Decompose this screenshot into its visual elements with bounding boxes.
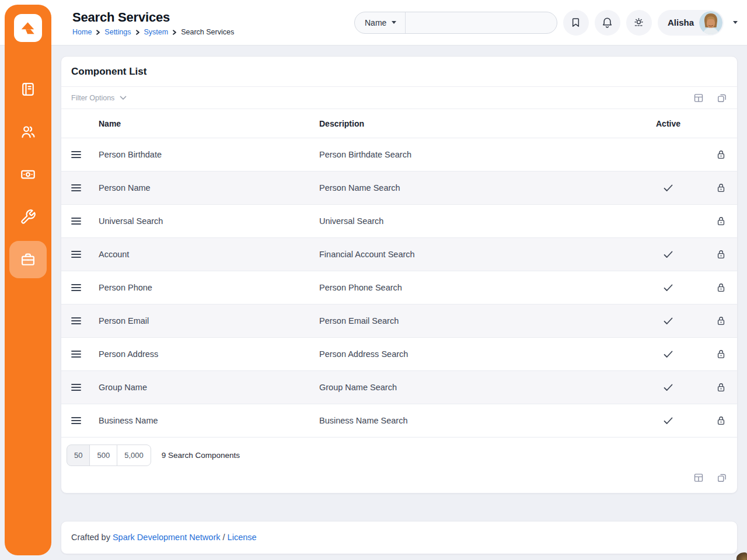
table-row[interactable]: Person Email Person Email Search xyxy=(61,304,737,338)
security-button[interactable] xyxy=(716,382,726,393)
drag-handle[interactable] xyxy=(61,217,99,225)
security-button[interactable] xyxy=(716,216,726,226)
main-content: Component List Filter Options xyxy=(61,56,738,554)
security-button[interactable] xyxy=(716,415,726,426)
table-header: Name Description Active xyxy=(61,109,737,138)
drag-handle[interactable] xyxy=(61,284,99,292)
table-grid-icon xyxy=(693,473,704,483)
bookmark-button[interactable] xyxy=(563,10,589,36)
panel-title: Component List xyxy=(71,66,727,78)
page-size-button-50[interactable]: 50 xyxy=(67,444,90,466)
drag-handle[interactable] xyxy=(61,383,99,391)
page-size-button-5000[interactable]: 5,000 xyxy=(117,444,151,466)
briefcase-icon xyxy=(20,251,36,268)
active-check-icon xyxy=(664,284,673,292)
drag-handle[interactable] xyxy=(61,317,99,325)
drag-handle-icon xyxy=(71,284,81,292)
chevron-right-icon xyxy=(135,30,140,35)
chevron-right-icon xyxy=(172,30,177,35)
table-row[interactable]: Account Financial Account Search xyxy=(61,238,737,271)
drag-handle-icon xyxy=(71,350,81,358)
security-button[interactable] xyxy=(716,183,726,193)
lock-icon xyxy=(716,183,726,193)
theme-toggle-button[interactable] xyxy=(626,10,652,36)
row-name: Person Birthdate xyxy=(99,150,319,159)
item-count-label: 9 Search Components xyxy=(162,451,240,460)
lock-icon xyxy=(716,382,726,393)
column-description: Description xyxy=(319,119,632,128)
people-icon xyxy=(20,124,36,140)
row-name: Person Name xyxy=(99,183,319,192)
user-menu[interactable]: Alisha xyxy=(658,10,724,36)
table-row[interactable]: Business Name Business Name Search xyxy=(61,404,737,438)
row-name: Person Phone xyxy=(99,283,319,292)
drag-handle[interactable] xyxy=(61,150,99,159)
notifications-button[interactable] xyxy=(595,10,620,36)
search-scope-label: Name xyxy=(365,18,386,27)
sidebar-item-people[interactable] xyxy=(9,113,47,150)
sidebar-nav xyxy=(9,71,47,278)
sidebar-item-journal[interactable] xyxy=(9,71,47,108)
sidebar-item-finance[interactable] xyxy=(9,156,47,193)
panel-footer-actions xyxy=(61,466,737,493)
breadcrumb-settings[interactable]: Settings xyxy=(104,28,131,36)
active-check-icon xyxy=(664,184,673,192)
user-menu-caret-icon[interactable] xyxy=(733,21,738,24)
security-button[interactable] xyxy=(716,282,726,293)
filter-options-toggle[interactable]: Filter Options xyxy=(71,94,127,102)
search-input[interactable] xyxy=(406,12,557,33)
page-size-button-500[interactable]: 500 xyxy=(89,444,117,466)
drag-handle-icon xyxy=(71,184,81,192)
chevron-down-icon xyxy=(120,96,127,100)
security-button[interactable] xyxy=(716,249,726,260)
toggle-columns-button[interactable] xyxy=(693,93,704,103)
row-description: Business Name Search xyxy=(319,416,632,425)
bookmark-icon xyxy=(570,17,581,28)
filter-options-label: Filter Options xyxy=(71,94,114,102)
table-row[interactable]: Person Name Person Name Search xyxy=(61,172,737,205)
drag-handle[interactable] xyxy=(61,250,99,258)
lock-icon xyxy=(716,349,726,359)
copy-grid-button[interactable] xyxy=(717,473,727,483)
app-logo[interactable] xyxy=(14,14,42,42)
security-button[interactable] xyxy=(716,349,726,359)
lock-icon xyxy=(716,149,726,160)
pagination-row: 505005,000 9 Search Components xyxy=(61,438,737,466)
drag-handle-icon xyxy=(71,416,81,425)
sidebar-item-work[interactable] xyxy=(9,241,47,278)
row-description: Universal Search xyxy=(319,216,632,226)
table-body: Person Birthdate Person Birthdate Search xyxy=(61,138,737,438)
security-button[interactable] xyxy=(716,316,726,326)
rock-logo-icon xyxy=(19,19,37,37)
drag-handle[interactable] xyxy=(61,350,99,358)
lock-icon xyxy=(716,249,726,260)
page-size-group: 505005,000 xyxy=(67,444,151,466)
footer-separator: / xyxy=(223,533,225,542)
copy-grid-button[interactable] xyxy=(717,93,727,103)
drag-handle[interactable] xyxy=(61,416,99,425)
table-grid-icon xyxy=(693,93,704,103)
lock-icon xyxy=(716,216,726,226)
toggle-columns-button[interactable] xyxy=(693,473,704,483)
active-check-icon xyxy=(664,251,673,258)
active-check-icon xyxy=(664,417,673,425)
table-row[interactable]: Group Name Group Name Search xyxy=(61,371,737,404)
spark-network-link[interactable]: Spark Development Network xyxy=(113,533,221,542)
table-row[interactable]: Universal Search Universal Search xyxy=(61,205,737,238)
search-scope-dropdown[interactable]: Name xyxy=(355,12,406,33)
row-name: Universal Search xyxy=(99,216,319,226)
bell-icon xyxy=(601,16,613,29)
title-block: Search Services Home Settings System Sea… xyxy=(72,9,354,36)
table-row[interactable]: Person Address Person Address Search xyxy=(61,338,737,371)
footer-prefix: Crafted by xyxy=(71,533,110,542)
license-link[interactable]: License xyxy=(228,533,257,542)
table-row[interactable]: Person Phone Person Phone Search xyxy=(61,271,737,304)
active-check-icon xyxy=(664,317,673,325)
table-row[interactable]: Person Birthdate Person Birthdate Search xyxy=(61,138,737,172)
drag-handle[interactable] xyxy=(61,184,99,192)
breadcrumb-home[interactable]: Home xyxy=(72,28,92,36)
sidebar-item-tools[interactable] xyxy=(9,198,47,236)
row-name: Business Name xyxy=(99,416,319,425)
security-button[interactable] xyxy=(716,149,726,160)
breadcrumb-system[interactable]: System xyxy=(144,28,169,36)
